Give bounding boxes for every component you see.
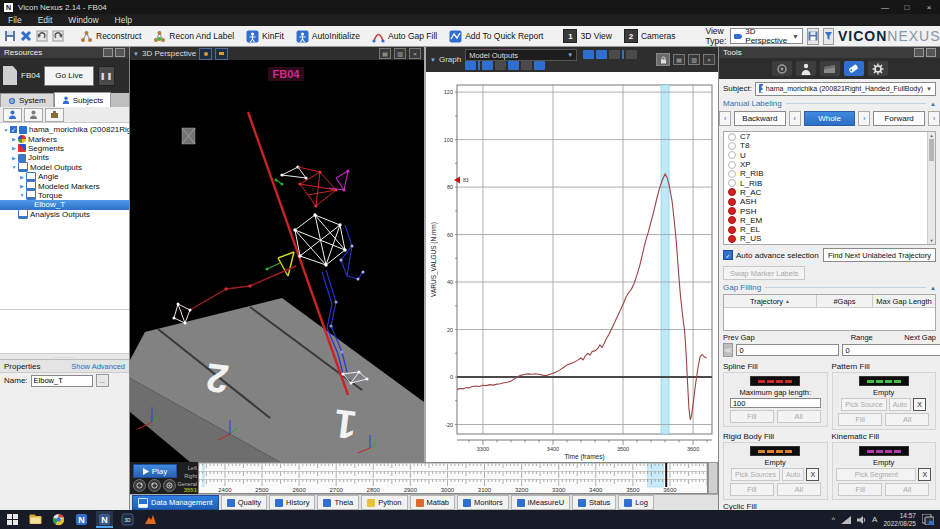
backward-button[interactable]: Backward [734, 111, 786, 126]
tab-matlab[interactable]: Matlab [410, 495, 456, 510]
spline-all-button[interactable]: All [777, 410, 821, 423]
save-trial-button[interactable] [4, 30, 16, 43]
pattern-fill-button[interactable]: Fill [838, 413, 882, 426]
pause-button[interactable]: ❚❚ [98, 66, 115, 86]
float-icon[interactable] [926, 48, 936, 57]
kinematic-all-button[interactable]: All [885, 483, 929, 496]
close-view-icon[interactable]: × [409, 48, 421, 59]
marker-item-u[interactable]: U [724, 151, 935, 160]
recon-and-label-button[interactable]: Recon And Label [149, 29, 238, 44]
expand-icon[interactable]: ▶ [10, 136, 18, 142]
expand-icon[interactable]: ▼ [2, 127, 10, 133]
view-type-select[interactable]: 3D Perspective▼ [730, 28, 803, 44]
marker-item-r_us[interactable]: R_US [724, 234, 935, 243]
tree-item-modeled-markers[interactable]: ▶Modeled Markers [0, 181, 129, 190]
range-start-input[interactable] [736, 344, 839, 356]
scroll-down-icon[interactable]: ▼ [928, 237, 935, 244]
go-live-button[interactable]: Go Live [44, 66, 94, 86]
split-horizontal-icon[interactable]: ▤ [673, 54, 685, 65]
graph-mode-select[interactable]: Model Outputs ▼ [465, 49, 577, 61]
prev-gap-button[interactable]: ≪ [723, 343, 733, 357]
minimize-button[interactable]: — [874, 0, 896, 14]
gap-filling-section-header[interactable]: Gap Filling ▲ [719, 280, 940, 293]
undo-button[interactable] [36, 30, 48, 43]
pattern-clear-button[interactable]: X [913, 398, 926, 411]
network-icon[interactable] [841, 516, 851, 524]
tab-quality[interactable]: Quality [221, 495, 267, 510]
maximize-button[interactable]: □ [896, 0, 918, 14]
follow-icon[interactable] [215, 48, 228, 60]
rigid-fill-button[interactable]: Fill [730, 483, 774, 496]
menu-file[interactable]: File [0, 15, 30, 25]
marker-item-l_rib[interactable]: L_RIB [724, 178, 935, 187]
taskbar-nexus-icon[interactable]: N [73, 511, 90, 528]
menu-edit[interactable]: Edit [30, 15, 61, 25]
spline-fill-button[interactable]: Fill [730, 410, 774, 423]
capture-button[interactable] [45, 108, 64, 122]
tree-item-analysis-outputs[interactable]: Analysis Outputs [0, 210, 129, 219]
step-backward-button[interactable]: ‹ [719, 111, 731, 126]
scroll-up-icon[interactable]: ▲ [928, 132, 935, 139]
tree-item-model-outputs[interactable]: ▼Model Outputs [0, 163, 129, 172]
pin-trace-icon[interactable] [495, 61, 506, 70]
taskbar-start-icon[interactable] [4, 511, 21, 528]
pattern-auto-button[interactable]: Auto [889, 398, 911, 411]
marker-item-r_rib[interactable]: R_RIB [724, 169, 935, 178]
subject-checkbox[interactable]: ✓ [10, 126, 17, 133]
tree-item-markers[interactable]: ▶Markers [0, 134, 129, 143]
subject-select[interactable]: hama_morichika (200821Right_Handed_FullB… [755, 82, 936, 96]
overlay-icon[interactable] [609, 50, 620, 59]
once-mode-button[interactable] [163, 479, 176, 492]
split-vertical-icon[interactable]: ▥ [688, 54, 700, 65]
tree-item-elbow-t[interactable]: Elbow_T [0, 200, 129, 209]
max-gap-input[interactable] [730, 398, 821, 408]
kinematic-fill-button[interactable]: Fill [838, 483, 882, 496]
rigid-auto-button[interactable]: Auto [782, 468, 804, 481]
save-view-button[interactable] [807, 28, 819, 45]
orbit-icon[interactable] [199, 48, 212, 60]
play-button[interactable]: Play [133, 464, 177, 478]
add-to-quick-report-button[interactable]: Add To Quick Report [445, 29, 547, 44]
pattern-all-button[interactable]: All [885, 413, 929, 426]
browse-button[interactable]: ... [96, 374, 109, 387]
load-subject-button[interactable] [24, 108, 43, 122]
tree-item-torque[interactable]: ▼Torque [0, 191, 129, 200]
close-button[interactable]: × [918, 0, 940, 14]
range-end-input[interactable] [842, 344, 940, 356]
tab-data-management[interactable]: Data Management [132, 495, 219, 510]
show-advanced-link[interactable]: Show Advanced [71, 362, 125, 371]
column-header-trajectory[interactable]: Trajectory▲ [724, 295, 817, 307]
clock[interactable]: 14:57 2022/08/25 [883, 512, 916, 528]
fit-icon[interactable] [534, 61, 545, 70]
mocap-3d-scene[interactable]: 2 1 [130, 60, 424, 462]
input-method-indicator[interactable]: A [872, 515, 877, 524]
close-view-icon[interactable]: × [703, 54, 715, 65]
swap-marker-labels-button[interactable]: Swap Marker Labels [723, 266, 805, 280]
range-left-button[interactable]: ‹ [789, 111, 801, 126]
menu-window[interactable]: Window [60, 15, 106, 25]
taskbar-v3d-icon[interactable]: 3D [119, 511, 136, 528]
expand-icon[interactable]: ▶ [18, 183, 26, 189]
expand-icon[interactable]: ▼ [10, 164, 18, 170]
marker-item-psh[interactable]: PSH [724, 206, 935, 215]
lock-icon[interactable] [656, 53, 670, 66]
traces-icon[interactable] [482, 61, 493, 70]
taskbar-matlab-icon[interactable] [142, 511, 159, 528]
collapse-icon[interactable]: ▲ [930, 101, 936, 107]
name-input[interactable] [31, 375, 93, 387]
current-frame-cursor[interactable] [661, 85, 669, 434]
tab-system[interactable]: System [0, 93, 54, 107]
marker-list-scrollbar[interactable]: ▲ ▼ [927, 132, 935, 244]
tab-history[interactable]: History [269, 495, 315, 510]
tab-theia[interactable]: Theia [317, 495, 359, 510]
find-next-unlabeled-button[interactable]: Find Next Unlabeled Trajectory [823, 248, 936, 262]
tab-log[interactable]: Log [618, 495, 654, 510]
view-3d-button[interactable]: 13D View [559, 28, 616, 44]
capture-slate-icon[interactable] [820, 61, 840, 76]
pick-source-button[interactable]: Pick Source [841, 398, 886, 411]
float-icon[interactable] [115, 48, 125, 57]
subject-prep-icon[interactable] [796, 61, 816, 76]
close-trial-button[interactable] [20, 30, 32, 43]
view-options-button[interactable] [823, 28, 834, 45]
scrollbar-thumb[interactable] [929, 139, 934, 161]
